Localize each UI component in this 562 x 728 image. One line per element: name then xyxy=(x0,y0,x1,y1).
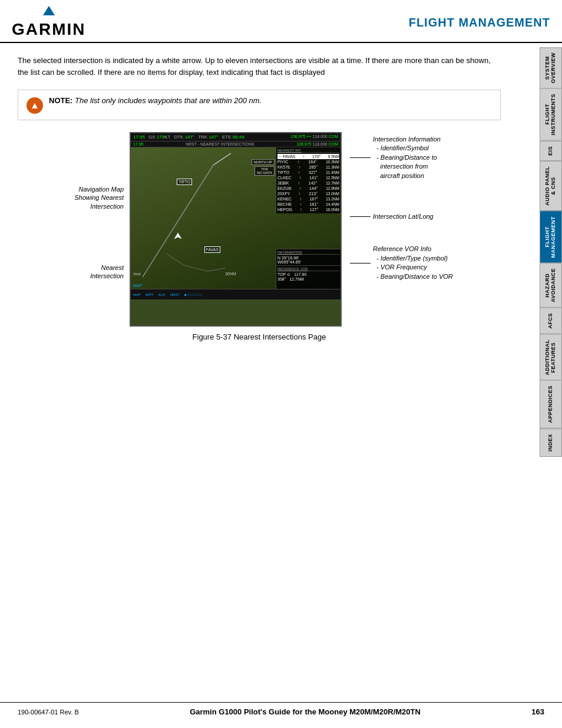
connector-line-3 xyxy=(350,263,371,263)
sidebar-tab-appendices[interactable]: APPENDICES xyxy=(540,380,562,429)
intersection-row-favas[interactable]: → FAVAS ↑ 170° 9.5NM xyxy=(277,154,339,159)
north-up-label: NORTH UP xyxy=(252,159,275,165)
svg-line-4 xyxy=(184,265,207,271)
sidebar-tab-index[interactable]: INDEX xyxy=(540,429,562,457)
sidebar-tab-additional-features[interactable]: ADDITIONALFEATURES xyxy=(540,334,562,381)
sidebar-tab-audio-panel[interactable]: AUDIO PANEL& CNS xyxy=(540,161,562,211)
right-labels: Intersection Information - Identifier/Sy… xyxy=(342,132,459,281)
connector-line-2 xyxy=(350,216,371,217)
figure-caption: Figure 5-37 Nearest Intersections Page xyxy=(193,332,326,341)
intersection-row-ekzub[interactable]: EKZUB ↑ 144° 12.9NM xyxy=(277,186,339,191)
lat-long-label: Intersection Lat/Long xyxy=(373,212,434,221)
dist-label-3nm: 3NM xyxy=(133,272,141,276)
right-sidebar: SYSTEMOVERVIEW FLIGHTINSTRUMENTS EIS AUD… xyxy=(540,47,562,457)
sidebar-tab-eis[interactable]: EIS xyxy=(540,141,562,161)
figure-container: Navigation MapShowing NearestIntersectio… xyxy=(18,132,501,341)
softkey-aux[interactable]: AUX xyxy=(158,293,165,297)
left-label-nav-map: Navigation MapShowing NearestIntersectio… xyxy=(59,185,124,210)
sidebar-tab-hazard-avoidance[interactable]: HAZARDAVOIDANCE xyxy=(540,263,562,308)
note-box: ▲ NOTE: The list only includes waypoints… xyxy=(18,90,501,120)
svg-line-5 xyxy=(207,268,225,271)
logo-triangle-icon xyxy=(43,6,55,15)
left-labels: Navigation MapShowing NearestIntersectio… xyxy=(59,132,130,280)
tfr-label: TFRNO DATA xyxy=(254,166,275,176)
note-warning-icon: ▲ xyxy=(27,97,43,114)
softkey-map[interactable]: MAP xyxy=(133,293,141,297)
map-waypoint-favas: FAVAS xyxy=(204,246,221,253)
screen-header-left: 17.95 GS 179KT DTK 147° TRK 147° ETE 86:… xyxy=(133,134,244,140)
intersection-info-label: Intersection Information - Identifier/Sy… xyxy=(373,135,441,180)
page-header: GARMIN FLIGHT MANAGEMENT xyxy=(0,0,562,43)
dist-label-30nm: 30NM xyxy=(225,272,236,276)
main-content: The selected intersection is indicated b… xyxy=(0,43,536,365)
intro-paragraph: The selected intersection is indicated b… xyxy=(18,55,501,78)
softkey-nrst[interactable]: NRST xyxy=(170,293,180,297)
screen-header-right: 136.975 ++ 118.000 COM xyxy=(290,134,338,140)
note-text: NOTE: The list only includes waypoints t… xyxy=(49,96,262,105)
right-label-vor-info: Reference VOR Info - Identifier/Type (sy… xyxy=(350,245,459,281)
intersection-list-panel: NEAREST INT. → FAVAS ↑ 170° 9.5NM PIYIC … xyxy=(276,147,340,213)
right-label-intersection-info: Intersection Information - Identifier/Sy… xyxy=(350,135,459,180)
svg-line-3 xyxy=(166,253,184,265)
gs-display: GS 179KT xyxy=(148,134,170,140)
sidebar-tab-afcs[interactable]: AFCS xyxy=(540,308,562,334)
information-title: INFORMATION xyxy=(277,251,339,255)
map-label: MAP xyxy=(133,284,142,288)
left-label-nearest: NearestIntersection xyxy=(59,263,124,281)
sidebar-tab-flight-management[interactable]: FLIGHTMANAGEMENT xyxy=(540,211,562,263)
lat-display: N 39°16.96' xyxy=(277,256,339,260)
figure-inner: Navigation MapShowing NearestIntersectio… xyxy=(59,132,459,327)
ref-vor-panel: REFERENCE VOR TOP ⊙ 117.80 308° 12.7NM xyxy=(276,265,340,289)
nav-freq: 136.975 ++ 118.000 COM xyxy=(290,134,338,140)
intersection-row-20xfy[interactable]: 20XFY ↑ 213° 13.0NM xyxy=(277,191,339,196)
ete-display: ETE 86:49 xyxy=(222,134,244,140)
page-title: FLIGHT MANAGEMENT xyxy=(409,16,550,29)
ref-vor-bearing: 308° 12.7NM xyxy=(277,277,339,281)
intersection-row-jebik[interactable]: JEBIK ↑ 142° 12.7NM xyxy=(277,180,339,186)
ref-vor-freq: TOP ⊙ 117.80 xyxy=(277,272,339,277)
map-area: NORTH UP TFRNO DATA TIFTO FAVAS 3NM 30NM… xyxy=(131,147,340,289)
vor-info-label: Reference VOR Info - Identifier/Type (sy… xyxy=(373,245,453,281)
nearest-int-title: NEAREST INT. xyxy=(277,149,339,153)
logo-text: GARMIN xyxy=(12,20,86,39)
alt-display-top: 17.95 xyxy=(133,134,145,140)
page-name: NRST - NEAREST INTERSECTIONS xyxy=(186,142,254,146)
right-label-lat-long: Intersection Lat/Long xyxy=(350,212,459,221)
alt-display-bot: 17.95 xyxy=(133,142,144,146)
logo-container: GARMIN xyxy=(12,6,86,39)
ref-vor-title: REFERENCE VOR xyxy=(277,267,339,271)
svg-marker-2 xyxy=(174,233,181,239)
avionics-screen: 17.95 GS 179KT DTK 147° TRK 147° ETE 86:… xyxy=(130,132,342,327)
footer-page-number: 163 xyxy=(531,707,544,716)
dtk-display: DTK 147° xyxy=(174,134,194,140)
connector-line-1 xyxy=(350,157,371,158)
softkey-wpt[interactable]: WPT xyxy=(146,293,153,297)
screen-subheader: 17.95 NRST - NEAREST INTERSECTIONS 136.9… xyxy=(131,141,340,147)
intersection-row-hepog[interactable]: HEPOG ↑ 127° 16.0NM xyxy=(277,207,339,212)
intersection-row-beche[interactable]: BECHE ↑ 181° 14.4NM xyxy=(277,202,339,207)
softkey-bar: MAP WPT AUX NRST ■ □ □ □ □ □ xyxy=(133,293,202,297)
trk-display: TRK 147° xyxy=(198,134,219,140)
information-panel: INFORMATION N 39°16.96' W095°44.85' xyxy=(276,249,340,265)
page-footer: 190-00647-01 Rev. B Garmin G1000 Pilot's… xyxy=(0,702,562,716)
footer-doc-number: 190-00647-01 Rev. B xyxy=(18,709,79,716)
screen-header: 17.95 GS 179KT DTK 147° TRK 147° ETE 86:… xyxy=(131,133,340,141)
lon-display: W095°44.85' xyxy=(277,260,339,264)
screen-bottom-bar: MAP WPT AUX NRST ■ □ □ □ □ □ xyxy=(131,289,340,299)
svg-line-1 xyxy=(213,153,231,165)
sidebar-tab-flight-instruments[interactable]: FLIGHTINSTRUMENTS xyxy=(540,88,562,141)
intersection-row-piyic[interactable]: PIYIC ↑ 164° 10.3NM xyxy=(277,159,339,164)
freq-bot: 136.975 118.000 COM xyxy=(296,142,338,146)
softkey-squares: ■ □ □ □ □ □ xyxy=(184,293,202,297)
sidebar-tab-system-overview[interactable]: SYSTEMOVERVIEW xyxy=(540,47,562,88)
intersection-row-kenec[interactable]: KENEC ↑ 187° 13.2NM xyxy=(277,196,339,202)
intersection-row-kk57e[interactable]: KK57E ↑ 285° 11.3NM xyxy=(277,164,339,170)
footer-title: Garmin G1000 Pilot's Guide for the Moone… xyxy=(190,707,421,716)
intersection-row-tifto[interactable]: TIFTO ↑ 327° 11.4NM xyxy=(277,170,339,175)
intersection-row-clkec[interactable]: CLKEC ↑ 141° 12.5NM xyxy=(277,175,339,180)
map-waypoint-tifto: TIFTO xyxy=(177,179,192,185)
